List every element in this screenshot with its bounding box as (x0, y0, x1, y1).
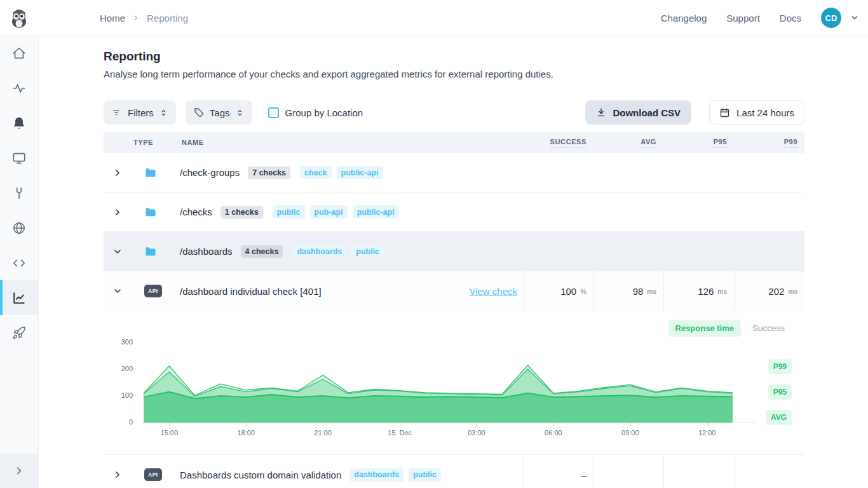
chevron-right-icon (132, 14, 140, 22)
table-row-dashboards[interactable]: /dashboards 4 checks dashboards public (104, 231, 804, 271)
check-name: Dashboards custom domain validation (180, 470, 341, 480)
tag-pill[interactable]: public (273, 205, 305, 219)
top-nav: Home Reporting Changelog Support Docs CD (0, 0, 868, 36)
group-name: /checks (180, 207, 212, 217)
checkly-logo[interactable] (8, 7, 30, 29)
collapse-chevron-down-icon[interactable] (112, 247, 123, 257)
table-row-dashboard-individual-check[interactable]: API /dashboard individual check [401] Vi… (104, 271, 804, 311)
bell-icon (12, 116, 26, 130)
check-name: /dashboard individual check [401] (180, 286, 322, 297)
tag-pill[interactable]: public-api (337, 166, 383, 179)
tag-pill[interactable]: public-api (353, 205, 399, 219)
table-row-dashboards-custom-domain[interactable]: API Dashboards custom domain validation … (104, 454, 804, 488)
success-value: – (581, 470, 587, 480)
x-axis-tick (630, 423, 631, 426)
x-axis-tick (707, 423, 708, 426)
x-axis-tick (169, 423, 170, 426)
folder-icon (144, 166, 157, 179)
sidebar-expand-button[interactable] (0, 454, 38, 488)
monitor-icon (12, 151, 26, 165)
folder-icon (144, 245, 157, 258)
p95-unit: ms (717, 288, 727, 295)
breadcrumb-home[interactable]: Home (100, 13, 125, 24)
group-by-location-toggle[interactable]: Group by Location (268, 107, 363, 118)
download-csv-button[interactable]: Download CSV (585, 100, 691, 125)
sidebar-item-home[interactable] (0, 36, 38, 71)
filters-button[interactable]: Filters (104, 100, 176, 125)
checks-table: TYPE NAME SUCCESS AVG P95 P99 /check-gro… (104, 132, 804, 488)
col-type: TYPE (133, 139, 153, 146)
x-axis-label: 21:00 (301, 429, 345, 437)
docs-link[interactable]: Docs (780, 13, 801, 24)
x-axis-tick (477, 423, 477, 426)
p95-value: 126 (698, 286, 714, 297)
y-axis-label: 200 (104, 365, 133, 372)
p99-value: 202 (768, 286, 784, 297)
breadcrumb: Home Reporting (100, 0, 188, 36)
success-value: 100 (560, 286, 576, 297)
page-subtitle: Analyse long term performance of your ch… (104, 68, 804, 81)
col-avg[interactable]: AVG (641, 138, 656, 147)
sidebar-item-quickstart[interactable] (0, 315, 38, 350)
area-chart (141, 316, 734, 423)
sidebar-item-dashboards[interactable] (0, 140, 38, 175)
x-axis-label: 18:00 (224, 429, 268, 437)
y-axis-label: 300 (104, 338, 133, 346)
wrench-icon (12, 186, 26, 200)
expand-chevron-right-icon[interactable] (112, 470, 123, 480)
sidebar-item-alerts[interactable] (0, 105, 38, 140)
changelog-link[interactable]: Changelog (661, 13, 707, 24)
x-axis-label: 15. Dec (377, 429, 422, 437)
sidebar-item-private-locations[interactable] (0, 210, 38, 245)
avg-unit: ms (647, 288, 656, 295)
expand-chevron-right-icon[interactable] (112, 168, 123, 178)
tag-pill[interactable]: pub-api (310, 205, 348, 219)
breadcrumb-current: Reporting (147, 13, 188, 24)
filter-icon (112, 107, 122, 118)
group-name: /check-groups (180, 167, 240, 178)
download-icon (596, 107, 606, 118)
nav-links: Changelog Support Docs CD (661, 0, 859, 36)
calendar-icon (719, 107, 730, 118)
sidebar-item-maintenance-windows[interactable] (0, 175, 38, 210)
account-menu-chevron-icon[interactable] (850, 13, 859, 22)
collapse-chevron-down-icon[interactable] (112, 286, 123, 296)
sidebar-item-snippets[interactable] (0, 245, 38, 280)
tag-pill[interactable]: check (300, 166, 331, 179)
group-by-location-checkbox[interactable] (268, 107, 279, 118)
col-success[interactable]: SUCCESS (550, 138, 587, 147)
group-name: /dashboards (180, 246, 233, 257)
rocket-icon (12, 326, 26, 340)
x-axis-label: 06:00 (531, 429, 576, 437)
page-title: Reporting (104, 50, 804, 64)
success-toggle[interactable]: Success (752, 323, 785, 333)
table-row-checks[interactable]: /checks 1 checks public pub-api public-a… (104, 192, 804, 231)
col-name: NAME (182, 139, 204, 146)
date-range-label: Last 24 hours (736, 107, 794, 118)
x-axis-line (141, 423, 756, 423)
date-range-button[interactable]: Last 24 hours (709, 100, 804, 125)
sidebar-item-checks[interactable] (0, 71, 38, 105)
sidebar-item-reporting[interactable] (0, 280, 38, 315)
tag-pill[interactable]: dashboards (349, 468, 403, 482)
col-p99[interactable]: P99 (784, 138, 797, 147)
toolbar: Filters Tags Group by Location Download … (104, 100, 804, 125)
main-content: Reporting Analyse long term performance … (104, 36, 804, 488)
tags-button[interactable]: Tags (186, 100, 252, 125)
tag-pill[interactable]: dashboards (292, 245, 346, 258)
table-row-check-groups[interactable]: /check-groups 7 checks check public-api (104, 153, 804, 192)
response-time-toggle[interactable]: Response time (668, 320, 741, 337)
tag-pill[interactable]: public (409, 468, 441, 482)
avatar[interactable]: CD (821, 8, 841, 28)
folder-icon (144, 206, 157, 219)
home-icon (12, 46, 26, 60)
tag-pill[interactable]: public (351, 245, 384, 258)
x-axis-tick (553, 423, 554, 426)
view-check-link[interactable]: View check (469, 286, 517, 297)
p99-series-badge: P99 (768, 359, 792, 374)
api-type-badge: API (144, 468, 162, 481)
support-link[interactable]: Support (726, 13, 760, 24)
expand-chevron-right-icon[interactable] (112, 207, 123, 217)
chart-icon (12, 291, 26, 305)
col-p95[interactable]: P95 (714, 138, 727, 147)
